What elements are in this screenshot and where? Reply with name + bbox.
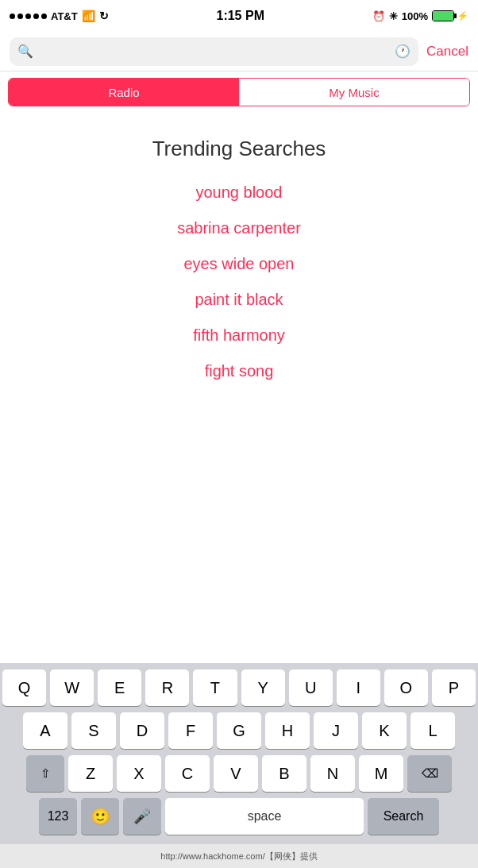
key-C[interactable]: C: [165, 755, 210, 792]
key-O[interactable]: O: [384, 669, 428, 706]
bluetooth-icon: ✳: [389, 10, 398, 22]
keyboard-row-1: Q W E R T Y U I O P: [2, 669, 476, 706]
tab-radio[interactable]: Radio: [9, 79, 239, 106]
trending-item-5[interactable]: fight song: [16, 362, 462, 380]
search-input[interactable]: [40, 44, 388, 59]
keyboard: Q W E R T Y U I O P A S D F G H J K L ⇧ …: [0, 663, 478, 844]
num-key[interactable]: 123: [39, 798, 77, 835]
key-X[interactable]: X: [117, 755, 161, 792]
keyboard-row-4: 123 🙂 🎤 space Search: [2, 798, 476, 835]
search-input-wrapper[interactable]: 🔍 🕐: [10, 37, 418, 66]
alarm-icon: ⏰: [372, 10, 385, 22]
status-right: ⏰ ✳ 100% ⚡: [372, 10, 468, 22]
key-V[interactable]: V: [214, 755, 258, 792]
key-Y[interactable]: Y: [241, 669, 285, 706]
key-F[interactable]: F: [168, 712, 213, 749]
search-bar: 🔍 🕐 Cancel: [0, 32, 478, 71]
key-M[interactable]: M: [359, 755, 403, 792]
battery-bar: [432, 10, 454, 21]
trending-item-4[interactable]: fifth harmony: [16, 326, 462, 345]
trending-section: Trending Searches young blood sabrina ca…: [0, 113, 478, 414]
trending-item-0[interactable]: young blood: [16, 183, 462, 202]
trending-title: Trending Searches: [16, 137, 462, 161]
key-K[interactable]: K: [362, 712, 407, 749]
key-S[interactable]: S: [71, 712, 116, 749]
carrier-label: AT&T: [51, 10, 78, 22]
signal-dots: [10, 14, 47, 19]
key-T[interactable]: T: [193, 669, 237, 706]
trending-item-3[interactable]: paint it black: [16, 291, 462, 309]
refresh-icon: ↻: [99, 10, 109, 22]
key-D[interactable]: D: [120, 712, 164, 749]
keyboard-row-3: ⇧ Z X C V B N M ⌫: [2, 755, 476, 792]
mic-key[interactable]: 🎤: [123, 798, 161, 835]
delete-key[interactable]: ⌫: [407, 755, 452, 792]
status-left: AT&T 📶 ↻: [10, 10, 109, 22]
key-J[interactable]: J: [314, 712, 358, 749]
key-I[interactable]: I: [337, 669, 380, 706]
lightning-icon: ⚡: [457, 10, 468, 21]
battery-tip: [454, 14, 457, 18]
segment-control: Radio My Music: [8, 78, 470, 106]
key-P[interactable]: P: [432, 669, 476, 706]
key-R[interactable]: R: [145, 669, 189, 706]
key-Z[interactable]: Z: [68, 755, 113, 792]
search-key[interactable]: Search: [368, 798, 439, 835]
battery-fill: [433, 11, 453, 21]
content-area: Trending Searches young blood sabrina ca…: [0, 113, 478, 542]
wifi-icon: 📶: [82, 10, 95, 22]
battery-container: ⚡: [432, 10, 468, 21]
key-A[interactable]: A: [23, 712, 67, 749]
key-N[interactable]: N: [310, 755, 355, 792]
trending-item-1[interactable]: sabrina carpenter: [16, 219, 462, 237]
shift-key[interactable]: ⇧: [26, 755, 64, 792]
status-time: 1:15 PM: [216, 9, 264, 23]
trending-item-2[interactable]: eyes wide open: [16, 255, 462, 273]
keyboard-row-2: A S D F G H J K L: [2, 712, 476, 749]
key-W[interactable]: W: [50, 669, 94, 706]
key-U[interactable]: U: [289, 669, 333, 706]
watermark: http://www.hackhome.com/【网侠】提供: [0, 844, 478, 868]
key-E[interactable]: E: [98, 669, 141, 706]
emoji-key[interactable]: 🙂: [81, 798, 119, 835]
key-H[interactable]: H: [265, 712, 310, 749]
battery-percent: 100%: [402, 10, 428, 22]
tab-my-music[interactable]: My Music: [239, 79, 469, 106]
history-icon[interactable]: 🕐: [395, 44, 411, 59]
space-key[interactable]: space: [165, 798, 364, 835]
key-B[interactable]: B: [262, 755, 306, 792]
watermark-text: http://www.hackhome.com/【网侠】提供: [160, 851, 317, 862]
status-bar: AT&T 📶 ↻ 1:15 PM ⏰ ✳ 100% ⚡: [0, 0, 478, 32]
cancel-button[interactable]: Cancel: [426, 44, 468, 60]
key-L[interactable]: L: [411, 712, 455, 749]
search-icon: 🔍: [17, 44, 33, 59]
key-G[interactable]: G: [217, 712, 261, 749]
key-Q[interactable]: Q: [2, 669, 46, 706]
